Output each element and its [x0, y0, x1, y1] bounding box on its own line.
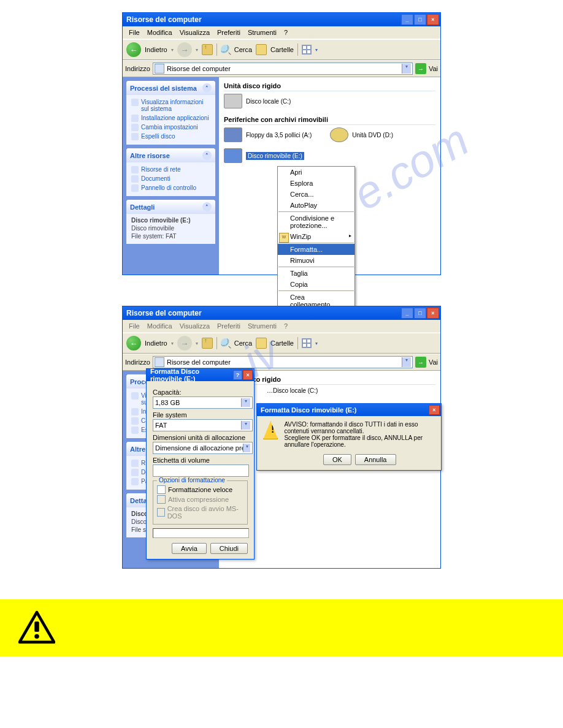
ctx-sharing[interactable]: Condivisione e protezione... — [278, 213, 354, 231]
address-label: Indirizzo — [125, 358, 150, 366]
dialog-title: Formatta Disco rimovibile (E:) — [261, 406, 356, 414]
addressbar: Indirizzo Risorse del computer ▾ → Vai — [123, 60, 440, 77]
go-label: Vai — [429, 358, 438, 366]
collapse-icon[interactable]: ˄ — [202, 202, 212, 211]
ctx-search[interactable]: Cerca... — [278, 189, 354, 200]
computer-icon — [155, 64, 164, 74]
close-button[interactable]: × — [427, 308, 439, 319]
address-label: Indirizzo — [125, 65, 150, 72]
menu-favorites[interactable]: Preferiti — [213, 28, 244, 37]
allocation-combo[interactable]: Dimensione di allocazione predefinita▾ — [153, 442, 253, 454]
dvd-icon — [330, 127, 348, 142]
search-label[interactable]: Cerca — [234, 339, 252, 347]
folders-label[interactable]: Cartelle — [270, 46, 294, 53]
drive-a[interactable]: Floppy da 3,5 pollici (A:) — [224, 127, 312, 142]
search-icon[interactable] — [221, 338, 231, 348]
quick-format-checkbox[interactable]: Formattazione veloce — [157, 485, 243, 495]
minimize-button[interactable]: _ — [401, 308, 413, 319]
section-removable: Periferiche con archivi rimovibili — [224, 115, 435, 125]
task-addremove[interactable]: Installazione applicazioni — [131, 113, 210, 123]
up-folder-icon[interactable] — [202, 44, 213, 55]
menu-edit: Modifica — [144, 321, 176, 331]
warning-icon — [263, 421, 278, 439]
go-button[interactable]: → — [415, 63, 426, 74]
titlebar: Risorse del computer _ □ × — [123, 13, 440, 26]
options-legend: Opzioni di formattazione — [157, 477, 227, 483]
caution-banner — [0, 599, 563, 656]
address-value: Risorse del computer — [167, 358, 231, 366]
menu-edit[interactable]: Modifica — [144, 28, 176, 37]
ok-button[interactable]: OK — [323, 454, 351, 465]
ctx-format[interactable]: Formatta... — [278, 244, 354, 255]
back-button[interactable]: ← — [126, 336, 141, 351]
back-label: Indietro — [145, 46, 167, 53]
close-button[interactable]: × — [427, 14, 439, 25]
views-icon[interactable] — [302, 45, 312, 55]
search-icon[interactable] — [221, 45, 231, 55]
go-button[interactable]: → — [415, 357, 426, 368]
cancel-button[interactable]: Annulla — [355, 454, 396, 465]
close-button[interactable]: × — [243, 370, 253, 380]
ctx-cut[interactable]: Taglia — [278, 268, 354, 279]
maximize-button[interactable]: □ — [414, 14, 426, 25]
menu-tools[interactable]: Strumenti — [244, 28, 280, 37]
folders-icon[interactable] — [256, 44, 267, 55]
close-dialog-button[interactable]: Chiudi — [210, 543, 248, 554]
ctx-copy[interactable]: Copia — [278, 279, 354, 290]
maximize-button[interactable]: □ — [414, 308, 426, 319]
capacity-combo[interactable]: 1,83 GB▾ — [153, 396, 253, 409]
format-options-group: Opzioni di formattazione Formattazione v… — [153, 480, 248, 525]
ctx-eject[interactable]: Rimuovi — [278, 255, 354, 266]
back-button[interactable]: ← — [126, 42, 141, 57]
removable-icon — [224, 148, 242, 163]
explorer-window: Risorse del computer _ □ × File Modifica… — [122, 306, 441, 569]
minimize-button[interactable]: _ — [401, 14, 413, 25]
address-dropdown-icon[interactable]: ▾ — [402, 357, 411, 367]
folders-label[interactable]: Cartelle — [270, 339, 294, 347]
forward-button: → — [177, 336, 192, 351]
drive-d[interactable]: Unità DVD (D:) — [330, 127, 393, 142]
ctx-winzip[interactable]: WWinZip▸ — [278, 231, 354, 242]
panel-system-tasks: Processi del sistema˄ Visualizza informa… — [126, 81, 215, 145]
collapse-icon[interactable]: ˄ — [202, 83, 212, 93]
filesystem-combo[interactable]: FAT▾ — [153, 419, 253, 431]
search-label[interactable]: Cerca — [234, 46, 252, 53]
winzip-icon: W — [279, 233, 289, 243]
confirm-dialog: Formatta Disco rimovibile (E:) × AVVISO:… — [256, 403, 442, 471]
views-icon[interactable] — [302, 338, 312, 348]
forward-button: → — [177, 42, 192, 57]
folders-icon[interactable] — [256, 338, 267, 349]
volume-label-input[interactable] — [153, 464, 249, 477]
ctx-autoplay[interactable]: AutoPlay — [278, 200, 354, 211]
task-settings[interactable]: Cambia impostazioni — [131, 123, 210, 132]
task-eject[interactable]: Espelli disco — [131, 132, 210, 141]
link-controlpanel[interactable]: Pannello di controllo — [131, 183, 210, 192]
menu-file[interactable]: File — [125, 28, 144, 37]
link-documents[interactable]: Documenti — [131, 174, 210, 183]
collapse-icon[interactable]: ˄ — [202, 151, 212, 160]
up-folder-icon[interactable] — [202, 338, 213, 349]
start-button[interactable]: Avvia — [172, 543, 207, 554]
ctx-open[interactable]: Apri — [278, 167, 354, 178]
menubar: File Modifica Visualizza Preferiti Strum… — [123, 26, 440, 39]
close-button[interactable]: × — [429, 405, 440, 415]
address-combo[interactable]: Risorse del computer ▾ — [153, 63, 413, 75]
window-title: Risorse del computer — [126, 309, 202, 317]
link-network[interactable]: Risorse di rete — [131, 165, 210, 174]
task-sysinfo[interactable]: Visualizza informazioni sul sistema — [131, 97, 210, 113]
address-combo[interactable]: Risorse del computer▾ — [153, 356, 413, 368]
panel-title: Processi del sistema — [130, 85, 197, 92]
computer-icon — [155, 357, 164, 367]
msdos-boot-checkbox: Crea disco di avvio MS-DOS — [157, 504, 243, 520]
drive-e[interactable]: Disco rimovibile (E:) — [224, 148, 304, 163]
window-title: Risorse del computer — [126, 15, 202, 24]
svg-point-2 — [34, 634, 39, 639]
dialog-title: Formatta Disco rimovibile (E:) — [150, 368, 232, 382]
drive-c[interactable]: Disco locale (C:) — [224, 94, 291, 108]
ctx-explore[interactable]: Esplora — [278, 178, 354, 189]
menu-view[interactable]: Visualizza — [176, 28, 213, 37]
detail-name: Disco rimovibile (E:) — [131, 216, 210, 224]
help-button[interactable]: ? — [233, 370, 243, 380]
menu-help[interactable]: ? — [280, 28, 291, 37]
address-dropdown-icon[interactable]: ▾ — [402, 64, 411, 74]
